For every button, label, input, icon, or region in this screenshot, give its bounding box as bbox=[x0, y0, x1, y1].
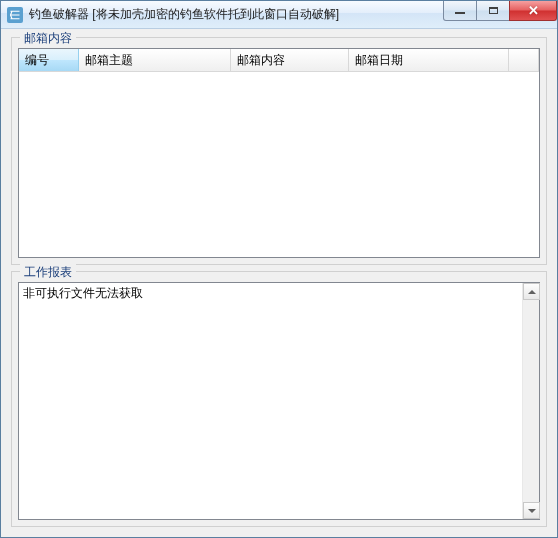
window-title: 钓鱼破解器 [将未加壳加密的钓鱼软件托到此窗口自动破解] bbox=[29, 6, 339, 23]
mail-listview[interactable]: 编号 邮箱主题 邮箱内容 邮箱日期 bbox=[18, 48, 540, 258]
vertical-scrollbar[interactable] bbox=[522, 283, 539, 519]
app-window: 钓鱼破解器 [将未加壳加密的钓鱼软件托到此窗口自动破解] ✕ 邮箱内容 编号 邮… bbox=[0, 0, 558, 538]
report-textarea[interactable]: 非可执行文件无法获取 bbox=[19, 283, 522, 519]
minimize-icon bbox=[455, 12, 465, 14]
mail-group-label: 邮箱内容 bbox=[20, 30, 76, 47]
maximize-button[interactable] bbox=[476, 1, 510, 21]
client-area: 邮箱内容 编号 邮箱主题 邮箱内容 邮箱日期 工作报表 非可执行文件无法获取 bbox=[1, 29, 557, 537]
scroll-up-button[interactable] bbox=[523, 283, 540, 300]
report-group-label: 工作报表 bbox=[20, 264, 76, 281]
close-icon: ✕ bbox=[528, 3, 539, 18]
chevron-down-icon bbox=[528, 509, 536, 513]
mail-groupbox: 邮箱内容 编号 邮箱主题 邮箱内容 邮箱日期 bbox=[11, 37, 547, 265]
app-icon bbox=[7, 7, 23, 23]
column-id[interactable]: 编号 bbox=[19, 49, 79, 71]
window-controls: ✕ bbox=[444, 1, 557, 21]
column-spacer bbox=[509, 49, 539, 71]
report-textarea-wrap: 非可执行文件无法获取 bbox=[18, 282, 540, 520]
report-groupbox: 工作报表 非可执行文件无法获取 bbox=[11, 271, 547, 527]
scroll-down-button[interactable] bbox=[523, 502, 540, 519]
listview-header: 编号 邮箱主题 邮箱内容 邮箱日期 bbox=[19, 49, 539, 72]
chevron-up-icon bbox=[528, 290, 536, 294]
titlebar[interactable]: 钓鱼破解器 [将未加壳加密的钓鱼软件托到此窗口自动破解] ✕ bbox=[1, 1, 557, 29]
column-content[interactable]: 邮箱内容 bbox=[231, 49, 349, 71]
column-date[interactable]: 邮箱日期 bbox=[349, 49, 509, 71]
column-subject[interactable]: 邮箱主题 bbox=[79, 49, 231, 71]
minimize-button[interactable] bbox=[443, 1, 477, 21]
close-button[interactable]: ✕ bbox=[509, 1, 557, 21]
maximize-icon bbox=[489, 7, 498, 14]
